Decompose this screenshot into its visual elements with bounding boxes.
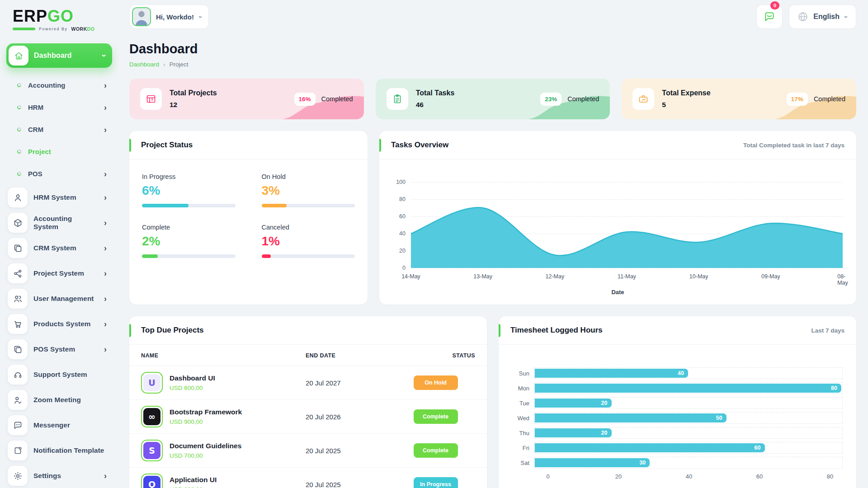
messages-button[interactable]: 0 bbox=[756, 5, 783, 29]
x-tick-label: 14-May bbox=[401, 273, 420, 280]
chevron-down-icon: › bbox=[100, 54, 108, 57]
sidebar-item-label: Dashboard bbox=[34, 52, 72, 60]
stat-text: Total Expense 5 bbox=[662, 89, 710, 109]
y-tick-label: 40 bbox=[399, 230, 406, 237]
sidebar-item-notification-template[interactable]: Notification Template bbox=[5, 438, 113, 463]
bar-category-label: Fri bbox=[512, 445, 529, 451]
x-tick-label: 13-May bbox=[473, 273, 492, 280]
sidebar-item-label: Products System bbox=[33, 320, 91, 328]
project-name-link[interactable]: Dashboard UI bbox=[170, 374, 215, 382]
globe-icon bbox=[797, 11, 808, 22]
timesheet-chart: Sun 40 Mon 80 Tue 20 Wed 50 Thu 2 bbox=[499, 345, 856, 487]
project-avatar: U bbox=[141, 372, 163, 394]
sidebar-item-label: User Management bbox=[33, 295, 94, 303]
bar-category-label: Sat bbox=[512, 460, 529, 466]
sidebar-item-label: Settings bbox=[33, 472, 61, 480]
y-tick-label: 20 bbox=[399, 248, 406, 254]
stat-card-total-projects: Total Projects 12 16% Completed bbox=[129, 79, 364, 119]
sidebar-item-hrm-system[interactable]: HRM System › bbox=[5, 185, 113, 210]
sidebar-menu: HRM System › Accounting System › CRM Sys… bbox=[5, 185, 113, 488]
powered-by-label: Powered By bbox=[39, 27, 68, 31]
sidebar-item-label: Notification Template bbox=[33, 446, 104, 455]
column-name: NAME bbox=[141, 352, 306, 359]
language-selector[interactable]: English › bbox=[789, 5, 856, 29]
card-title: Tasks Overview bbox=[391, 141, 448, 150]
status-label: On Hold bbox=[262, 173, 355, 180]
project-avatar: S bbox=[141, 440, 163, 461]
chevron-right-icon: › bbox=[104, 320, 107, 328]
y-tick-label: 80 bbox=[399, 196, 406, 202]
area-series bbox=[411, 182, 843, 268]
stat-suffix: Completed bbox=[321, 95, 353, 103]
sidebar-item-products-system[interactable]: Products System › bbox=[5, 311, 113, 337]
chevron-down-icon: › bbox=[843, 16, 850, 18]
project-name-link[interactable]: Application UI bbox=[170, 476, 217, 484]
project-end-date: 20 Jul 2025 bbox=[306, 481, 396, 488]
bar-category-label: Sun bbox=[512, 370, 529, 377]
table-row: S Document Guidelines USD 700,00 20 Jul … bbox=[129, 434, 487, 468]
column-status: STATUS bbox=[396, 352, 475, 359]
stat-cards-row: Total Projects 12 16% Completed Total Ta… bbox=[129, 79, 856, 119]
bar-category-label: Thu bbox=[512, 430, 529, 436]
project-avatar: ∞ bbox=[141, 406, 163, 427]
stat-percent-badge: 16% bbox=[294, 93, 316, 106]
x-tick-label: 11-May bbox=[618, 273, 636, 280]
sidebar-item-pos-system[interactable]: POS System › bbox=[5, 337, 113, 362]
sidebar-item-crm-system[interactable]: CRM System › bbox=[5, 235, 113, 261]
sidebar-item-project-system[interactable]: Project System › bbox=[5, 261, 113, 286]
sidebar-item-support-system[interactable]: Support System bbox=[5, 362, 113, 387]
home-icon bbox=[9, 46, 28, 66]
chevron-right-icon: › bbox=[104, 126, 107, 134]
status-label: Complete bbox=[142, 224, 236, 231]
sidebar-item-settings[interactable]: Settings › bbox=[5, 463, 113, 488]
table-row: Ϙ Application UI USD 800,00 20 Jul 2025 … bbox=[129, 468, 487, 488]
sidebar-subitem-project[interactable]: Project bbox=[5, 141, 113, 163]
main-content: Hi, Workdo! › 0 English › Dashboard Dash… bbox=[118, 0, 868, 488]
bar-track: 60 bbox=[534, 442, 843, 454]
bar-track: 20 bbox=[534, 397, 843, 409]
x-tick-label: 0 bbox=[546, 473, 549, 480]
chevron-right-icon: › bbox=[104, 193, 107, 202]
sidebar-item-zoom-meeting[interactable]: Zoom Meeting bbox=[5, 387, 113, 413]
chevron-right-icon: › bbox=[104, 81, 107, 89]
user-menu-button[interactable]: Hi, Workdo! › bbox=[129, 5, 209, 29]
bullet-icon bbox=[17, 171, 22, 176]
sidebar-subitem-accounting[interactable]: Accounting › bbox=[5, 74, 113, 96]
card-icon bbox=[8, 238, 28, 258]
bullet-icon bbox=[17, 149, 22, 154]
sidebar-item-user-management[interactable]: User Management › bbox=[5, 286, 113, 311]
sidebar-subitem-crm[interactable]: CRM › bbox=[5, 118, 113, 141]
status-badge[interactable]: On Hold bbox=[414, 375, 458, 390]
sidebar-item-dashboard[interactable]: Dashboard › bbox=[6, 43, 112, 68]
project-end-date: 20 Jul 2025 bbox=[306, 447, 396, 455]
chevron-down-icon: › bbox=[198, 16, 204, 18]
user-check-icon bbox=[8, 390, 28, 410]
headset-icon bbox=[8, 365, 28, 385]
app-logo[interactable]: ERPGO Powered By WORKDO bbox=[5, 7, 113, 32]
card-title: Project Status bbox=[141, 141, 193, 150]
sidebar-subitem-hrm[interactable]: HRM › bbox=[5, 96, 113, 118]
x-tick-label: 60 bbox=[756, 473, 763, 480]
sidebar-item-messenger[interactable]: Messenger bbox=[5, 413, 113, 438]
status-badge[interactable]: Complete bbox=[414, 409, 458, 424]
card-subtitle: Last 7 days bbox=[811, 327, 844, 334]
tasks-icon bbox=[387, 88, 408, 110]
project-name-link[interactable]: Document Guidelines bbox=[170, 442, 241, 450]
powered-by: Powered By WORKDO bbox=[13, 26, 106, 32]
project-name-link[interactable]: Bootstrap Framework bbox=[170, 408, 242, 416]
status-badge[interactable]: In Progress bbox=[414, 477, 458, 488]
table-row: U Dashboard UI USD 600,00 20 Jul 2027 On… bbox=[129, 366, 487, 400]
sidebar-subitem-pos[interactable]: POS › bbox=[5, 163, 113, 185]
expense-icon bbox=[632, 88, 654, 110]
card-title: Timesheet Logged Hours bbox=[510, 326, 603, 335]
sidebar-item-accounting-system[interactable]: Accounting System › bbox=[5, 210, 113, 235]
stat-value: 46 bbox=[416, 101, 455, 109]
breadcrumb-dashboard-link[interactable]: Dashboard bbox=[129, 61, 159, 68]
chat-icon bbox=[764, 11, 775, 23]
status-item-canceled: Canceled 1% bbox=[262, 224, 355, 258]
status-badge[interactable]: Complete bbox=[414, 443, 458, 458]
stat-text: Total Tasks 46 bbox=[416, 89, 455, 109]
project-amount: USD 900,00 bbox=[170, 418, 242, 425]
x-tick-label: 12-May bbox=[545, 273, 564, 280]
workdo-brand: WORKDO bbox=[71, 26, 95, 32]
